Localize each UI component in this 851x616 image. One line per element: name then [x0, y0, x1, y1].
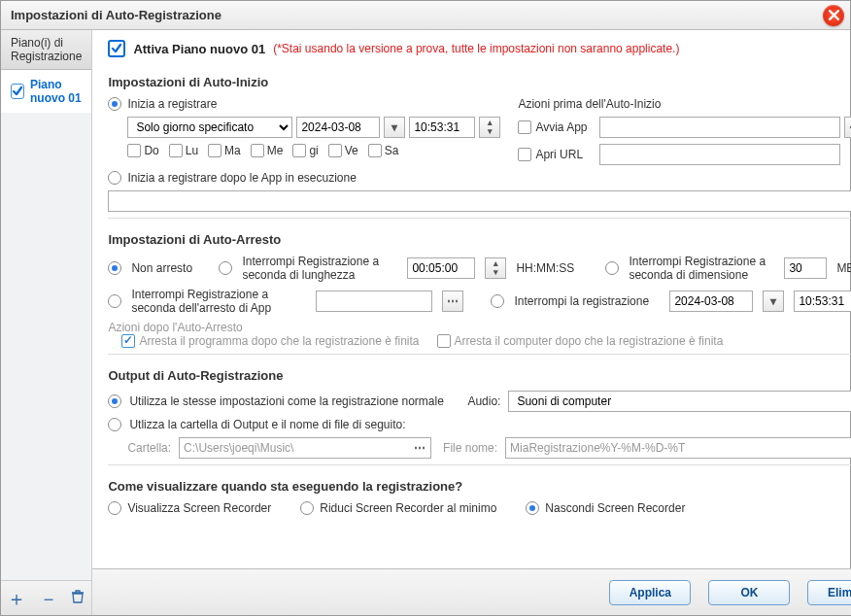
- stop-date-dropdown[interactable]: ▾: [763, 291, 784, 312]
- output-paths-row: Cartella: ⋯ File nome: ?: [127, 437, 851, 459]
- close-button[interactable]: [823, 5, 844, 26]
- by-length-label: Interrompi Registrazione a seconda di lu…: [242, 255, 397, 282]
- time-spinner[interactable]: ▴▾: [479, 117, 500, 138]
- radio-start-after-apps[interactable]: [108, 171, 121, 185]
- launch-app-input[interactable]: [599, 117, 840, 138]
- autostop-row2: Interrompi Registrazione a seconda dell'…: [108, 288, 851, 315]
- launch-app-browse[interactable]: ⋯: [844, 117, 851, 138]
- folder-input[interactable]: [179, 437, 431, 459]
- weekdays-row: Do Lu Ma Me gi Ve Sa: [127, 144, 500, 157]
- content: Piano(i) di Registrazione Piano nuovo 01…: [1, 30, 850, 615]
- by-time-label: Interrompi la registrazione: [514, 294, 660, 308]
- output-same-row: Utilizza le stesse impostazioni come la …: [108, 391, 851, 412]
- size-unit: MB: [836, 261, 851, 275]
- start-after-apps-input[interactable]: [108, 190, 851, 212]
- day-gi[interactable]: [292, 144, 306, 157]
- launch-app-checkbox[interactable]: [518, 120, 531, 134]
- section-autostart-title: Impostazioni di Auto-Inizio: [108, 67, 851, 89]
- section-autostop-title: Impostazioni di Auto-Arresto: [108, 224, 851, 247]
- radio-no-stop[interactable]: [108, 261, 121, 275]
- remove-plan-button[interactable]: －: [39, 589, 58, 608]
- start-date-input[interactable]: [296, 117, 380, 138]
- main-scroll: Attiva Piano nuovo 01 (*Stai usando la v…: [92, 30, 851, 568]
- start-schedule-row: Solo giorno specificato ▾ ▴▾: [127, 117, 500, 138]
- open-url-label: Apri URL: [535, 148, 596, 161]
- plan-checkbox[interactable]: [11, 84, 24, 99]
- shutdown-pc-checkbox[interactable]: [437, 334, 451, 348]
- length-unit: HH:MM:SS: [516, 261, 574, 275]
- dialog-window: Impostazioni di Auto-Registrazione Piano…: [0, 0, 851, 616]
- radio-show[interactable]: [108, 501, 121, 515]
- plan-label: Piano nuovo 01: [30, 78, 82, 105]
- main-panel: Attiva Piano nuovo 01 (*Stai usando la v…: [92, 30, 851, 615]
- activate-label: Attiva Piano nuovo 01: [133, 42, 265, 56]
- radio-minimize[interactable]: [300, 501, 314, 515]
- radio-by-app[interactable]: [108, 294, 121, 308]
- sidebar-item-plan[interactable]: Piano nuovo 01: [1, 70, 91, 113]
- after-actions-title: Azioni dopo l'Auto-Arresto: [108, 321, 851, 334]
- radio-same-settings[interactable]: [108, 394, 121, 408]
- open-url-checkbox[interactable]: [518, 148, 531, 161]
- titlebar: Impostazioni di Auto-Registrazione: [1, 1, 850, 30]
- apply-button[interactable]: Applica: [609, 580, 691, 605]
- by-app-label: Interrompi Registrazione a seconda dell'…: [131, 288, 306, 315]
- radio-start-recording[interactable]: [108, 97, 121, 111]
- check-icon: [111, 43, 122, 54]
- delete-button[interactable]: Elimina: [807, 580, 851, 605]
- add-plan-button[interactable]: ＋: [7, 589, 26, 608]
- display-options-row: Visualizza Screen Recorder Riduci Screen…: [108, 501, 851, 515]
- by-app-input[interactable]: [316, 291, 432, 312]
- day-me[interactable]: [251, 144, 264, 157]
- day-sa[interactable]: [368, 144, 382, 157]
- day-ma[interactable]: [208, 144, 221, 157]
- filename-label: File nome:: [443, 441, 497, 455]
- filename-input[interactable]: [505, 437, 851, 459]
- by-app-browse[interactable]: ⋯: [442, 291, 463, 312]
- day-lu[interactable]: [169, 144, 183, 157]
- window-title: Impostazioni di Auto-Registrazione: [11, 8, 221, 22]
- activate-row: Attiva Piano nuovo 01 (*Stai usando la v…: [108, 40, 851, 57]
- close-program-label: Arresta il programma dopo che la registr…: [139, 334, 419, 348]
- open-url-input[interactable]: [599, 144, 840, 165]
- date-dropdown-button[interactable]: ▾: [384, 117, 405, 138]
- delete-plan-button[interactable]: [70, 589, 85, 607]
- audio-label: Audio:: [467, 394, 500, 408]
- audio-select[interactable]: Suoni di computer: [508, 391, 851, 412]
- stop-time-input[interactable]: [794, 291, 851, 312]
- autostop-row1: Non arresto Interrompi Registrazione a s…: [108, 255, 851, 282]
- folder-browse[interactable]: ⋯: [409, 437, 430, 459]
- same-settings-label: Utilizza le stesse impostazioni come la …: [129, 394, 460, 408]
- radio-hide[interactable]: [526, 501, 539, 515]
- autostart-columns: Inizia a registrare Solo giorno specific…: [108, 97, 851, 171]
- length-spinner[interactable]: ▴▾: [485, 257, 506, 279]
- radio-custom-output[interactable]: [108, 418, 121, 431]
- radio-by-size[interactable]: [605, 261, 619, 275]
- day-do[interactable]: [127, 144, 141, 157]
- no-stop-label: Non arresto: [131, 261, 209, 275]
- section-output-title: Output di Auto-Registrazione: [108, 360, 851, 383]
- radio-by-length[interactable]: [219, 261, 232, 275]
- stop-date-input[interactable]: [669, 291, 753, 312]
- start-time-input[interactable]: [409, 117, 475, 138]
- custom-output-label: Utlizza la cartella di Output e il nome …: [129, 418, 405, 431]
- length-input[interactable]: [407, 257, 475, 279]
- trial-warning: (*Stai usando la versione a prova, tutte…: [273, 42, 679, 55]
- start-after-apps-row: Inizia a registrare dopo le App in esecu…: [108, 171, 851, 185]
- ok-button[interactable]: OK: [708, 580, 790, 605]
- start-recording-row: Inizia a registrare: [108, 97, 500, 111]
- size-input[interactable]: [784, 257, 827, 279]
- day-ve[interactable]: [328, 144, 342, 157]
- radio-by-time[interactable]: [491, 294, 504, 308]
- start-after-apps-label: Inizia a registrare dopo le App in esecu…: [127, 171, 356, 185]
- sidebar-header: Piano(i) di Registrazione: [1, 30, 91, 70]
- show-label: Visualizza Screen Recorder: [127, 501, 271, 515]
- close-program-checkbox[interactable]: [121, 334, 135, 348]
- dialog-footer: Applica OK Elimina: [92, 568, 851, 615]
- activate-checkbox[interactable]: [108, 40, 125, 57]
- open-url-row: Apri URL . ≫: [518, 144, 851, 165]
- by-size-label: Interrompi Registrazione a seconda di di…: [629, 255, 774, 282]
- schedule-mode-select[interactable]: Solo giorno specificato: [127, 117, 292, 138]
- launch-app-label: Avvia App: [535, 120, 596, 134]
- start-after-apps-input-row: ⋯: [108, 190, 851, 212]
- launch-app-row: Avvia App ⋯ ≫: [518, 117, 851, 138]
